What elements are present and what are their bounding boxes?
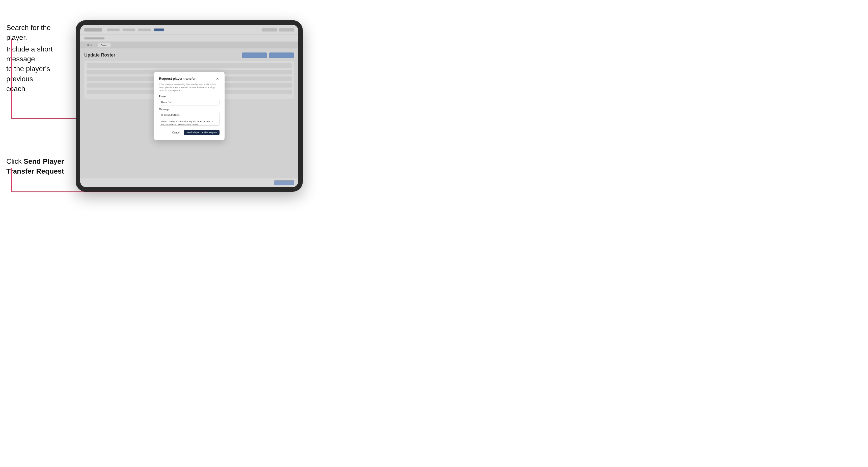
cancel-button[interactable]: Cancel <box>170 130 182 135</box>
annotation-click: Click Send PlayerTransfer Request <box>6 156 72 176</box>
annotation-search-text: Search for the player. <box>6 24 51 41</box>
annotation-search: Search for the player. <box>6 23 72 42</box>
message-label: Message <box>159 108 219 111</box>
tablet-device: Rostr Roster Update Roster <box>76 20 303 192</box>
player-input[interactable] <box>159 99 219 105</box>
modal-header: Request player transfer ✕ <box>159 77 219 81</box>
message-textarea[interactable]: Hi Coach McHarg, Please accept this tran… <box>159 112 219 126</box>
player-label: Player <box>159 95 219 98</box>
tablet-screen: Rostr Roster Update Roster <box>80 25 298 187</box>
annotation-message: Include a short messageto the player's p… <box>6 44 72 94</box>
modal-description: If the player is transferring from anoth… <box>159 83 219 92</box>
modal-title: Request player transfer <box>159 77 195 81</box>
modal-footer: Cancel Send Player Transfer Request <box>159 130 219 135</box>
annotation-click-prefix: Click <box>6 157 24 165</box>
send-transfer-button[interactable]: Send Player Transfer Request <box>184 130 219 135</box>
annotation-message-text: Include a short messageto the player's p… <box>6 45 53 93</box>
modal-overlay: Request player transfer ✕ If the player … <box>80 25 298 187</box>
request-transfer-modal: Request player transfer ✕ If the player … <box>154 72 224 141</box>
tablet-outer: Rostr Roster Update Roster <box>76 20 303 192</box>
close-button[interactable]: ✕ <box>216 77 219 81</box>
